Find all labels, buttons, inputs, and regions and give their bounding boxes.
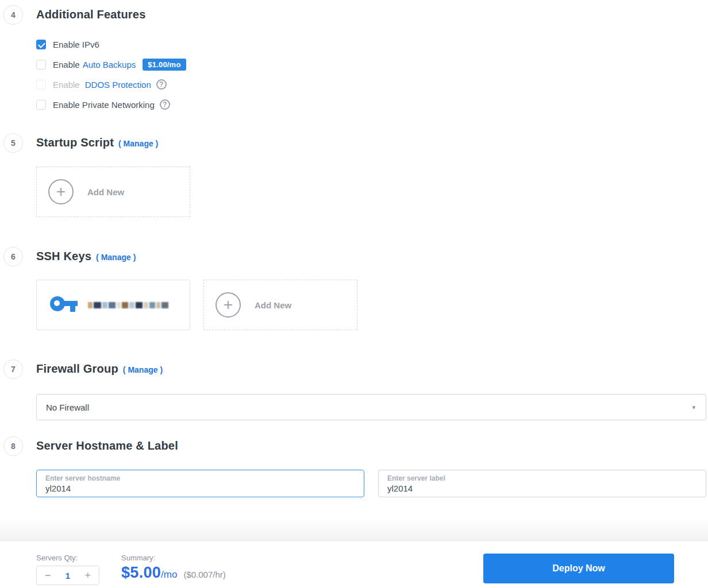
firewall-select[interactable]: No Firewall ▾ — [36, 394, 706, 420]
step-6-circle: 6 — [3, 247, 23, 266]
private-networking-label: Enable Private Networking — [53, 100, 155, 110]
enable-private-networking-row: Enable Private Networking ? — [36, 99, 170, 110]
ssh-keys-manage-link[interactable]: ( Manage ) — [96, 253, 136, 262]
server-label-input[interactable] — [387, 482, 698, 493]
deploy-footer-bar: Servers Qty: − 1 + Summary: $5.00 /mo ($… — [0, 540, 708, 588]
redacted-key-name — [88, 301, 170, 309]
ssh-key-card[interactable] — [36, 280, 190, 330]
auto-backups-link[interactable]: Auto Backups — [83, 60, 136, 69]
firewall-selected-value: No Firewall — [46, 403, 692, 412]
ddos-protection-link[interactable]: DDOS Protection — [85, 80, 151, 90]
deploy-server-page: 4 Additional Features Enable IPv6 Enable… — [0, 0, 708, 588]
price-summary: $5.00 /mo ($0.007/hr) — [121, 564, 226, 582]
qty-value: 1 — [66, 571, 70, 581]
enable-ipv6-row: Enable IPv6 — [36, 39, 99, 49]
firewall-group-title: Firewall Group — [36, 362, 118, 376]
auto-backups-checkbox[interactable] — [36, 60, 46, 69]
auto-backups-label: Enable — [53, 60, 80, 69]
startup-script-add-new-card[interactable]: + Add New — [36, 167, 190, 217]
private-networking-help-icon[interactable]: ? — [160, 99, 170, 110]
servers-qty-label: Servers Qty: — [36, 554, 78, 562]
additional-features-title: Additional Features — [36, 8, 146, 21]
auto-backups-price-badge: $1.00/mo — [143, 59, 186, 71]
server-hostname-input[interactable] — [45, 482, 356, 493]
ipv6-label: Enable IPv6 — [53, 40, 99, 49]
label-field-label: Enter server label — [387, 474, 698, 482]
chevron-down-icon: ▾ — [692, 404, 695, 411]
footer-shadow — [0, 517, 708, 540]
ssh-key-add-new-card[interactable]: + Add New — [203, 280, 357, 330]
step-8-circle: 8 — [3, 436, 23, 456]
qty-decrease-button[interactable]: − — [45, 570, 51, 581]
enable-auto-backups-row: Enable Auto Backups $1.00/mo — [36, 59, 186, 69]
ssh-add-new-label: Add New — [255, 300, 291, 310]
per-month-suffix: /mo — [161, 569, 177, 581]
ddos-help-icon[interactable]: ? — [156, 79, 167, 90]
startup-script-manage-link[interactable]: ( Manage ) — [118, 139, 158, 148]
deploy-now-button[interactable]: Deploy Now — [483, 554, 674, 583]
plus-circle-icon: + — [216, 292, 241, 318]
startup-add-new-label: Add New — [87, 187, 124, 197]
ddos-checkbox[interactable] — [36, 80, 46, 90]
step-5-circle: 5 — [3, 133, 23, 153]
qty-increase-button[interactable]: + — [84, 570, 91, 581]
step-7-circle: 7 — [3, 359, 23, 379]
ssh-keys-title: SSH Keys — [36, 250, 91, 263]
summary-label: Summary: — [121, 554, 155, 562]
private-networking-checkbox[interactable] — [36, 100, 46, 110]
monthly-price: $5.00 — [121, 564, 161, 582]
ipv6-checkbox[interactable] — [36, 40, 46, 49]
server-hostname-label-title: Server Hostname & Label — [36, 439, 178, 452]
hostname-field-wrapper: Enter server hostname — [36, 470, 364, 497]
quantity-stepper: − 1 + — [36, 566, 99, 585]
label-field-wrapper: Enter server label — [378, 470, 706, 497]
enable-ddos-row: Enable DDOS Protection ? — [36, 79, 167, 90]
ssh-key-icon — [49, 295, 79, 315]
step-4-circle: 4 — [3, 5, 23, 25]
plus-circle-icon: + — [48, 179, 74, 204]
ddos-label: Enable — [53, 80, 80, 90]
hourly-price: ($0.007/hr) — [183, 570, 225, 579]
hostname-field-label: Enter server hostname — [45, 474, 356, 482]
firewall-group-manage-link[interactable]: ( Manage ) — [123, 365, 163, 374]
startup-script-title: Startup Script — [36, 136, 114, 149]
